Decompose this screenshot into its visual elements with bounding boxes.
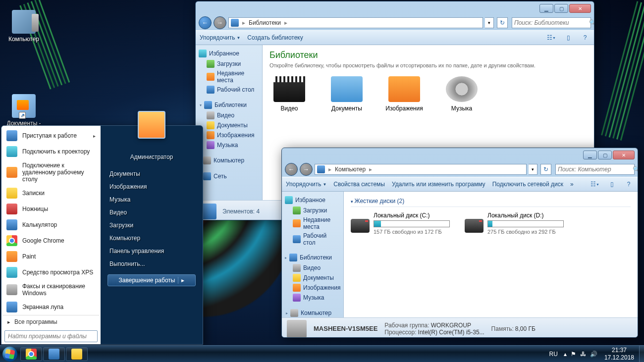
nav-libraries-head[interactable]: ▾Библиотеки	[197, 100, 261, 110]
nav-item-videos[interactable]: Видео	[196, 110, 262, 120]
start-button[interactable]	[0, 346, 20, 362]
user-avatar[interactable]	[138, 111, 165, 139]
organize-button[interactable]: Упорядочить▼	[200, 34, 240, 41]
nav-item-downloads[interactable]: Загрузки	[196, 59, 262, 69]
user-name[interactable]: Администратор	[107, 151, 196, 163]
desktop-icon-computer[interactable]: Компьютер	[4, 10, 44, 43]
start-right-pictures[interactable]: Изображения	[107, 180, 196, 193]
maximize-button[interactable]: ▢	[598, 151, 612, 159]
back-button[interactable]: ←	[199, 16, 212, 29]
minimize-button[interactable]: ▁	[583, 151, 597, 159]
system-properties-button[interactable]: Свойства системы	[333, 181, 385, 188]
nav-favorites-head[interactable]: Избранное	[282, 195, 343, 206]
view-button[interactable]: ☷▼	[546, 33, 556, 43]
start-right-videos[interactable]: Видео	[107, 206, 196, 219]
nav-item-pictures[interactable]: Изображения	[282, 283, 343, 293]
breadcrumb[interactable]: Библиотеки	[249, 19, 281, 26]
nav-item-desktop[interactable]: Рабочий стол	[282, 231, 343, 247]
start-item-chrome[interactable]: Google Chrome	[2, 233, 100, 249]
preview-pane-button[interactable]: ▯	[563, 33, 573, 43]
start-item-calculator[interactable]: Калькулятор	[2, 217, 100, 233]
shutdown-button[interactable]: Завершение работы	[107, 274, 196, 286]
start-right-control-panel[interactable]: Панель управления	[107, 245, 196, 258]
maximize-button[interactable]: ▢	[554, 4, 568, 13]
library-item-documents[interactable]: Документы	[327, 76, 367, 112]
start-right-music[interactable]: Музыка	[107, 193, 196, 206]
nav-item-documents[interactable]: Документы	[196, 120, 262, 130]
uninstall-button[interactable]: Удалить или изменить программу	[392, 181, 485, 188]
nav-libraries-head[interactable]: ▸Библиотеки	[282, 252, 343, 263]
library-item-music[interactable]: Музыка	[442, 76, 482, 112]
search-box[interactable]: 🔍	[512, 17, 591, 28]
minimize-button[interactable]: ▁	[539, 4, 553, 13]
titlebar[interactable]: ▁ ▢ ✕	[196, 1, 594, 15]
nav-item-videos[interactable]: Видео	[282, 263, 343, 273]
library-item-videos[interactable]: Видео	[269, 76, 309, 112]
search-box[interactable]: 🔍	[555, 164, 635, 175]
start-right-documents[interactable]: Документы	[107, 167, 196, 180]
close-button[interactable]: ✕	[613, 151, 635, 159]
preview-pane-button[interactable]: ▯	[607, 179, 617, 189]
taskbar-pin-explorer[interactable]	[66, 347, 88, 361]
back-button[interactable]: ←	[285, 163, 298, 176]
all-programs-button[interactable]: Все программы	[2, 315, 100, 328]
language-indicator[interactable]: RU	[547, 350, 560, 359]
tray-chevron-icon[interactable]: ▴	[564, 351, 567, 358]
nav-item-pictures[interactable]: Изображения	[196, 130, 262, 140]
clock[interactable]: 21:37 17.12.2018	[601, 347, 637, 361]
address-dropdown[interactable]: ▾	[485, 17, 494, 28]
start-right-computer[interactable]: Компьютер	[107, 232, 196, 245]
network-icon[interactable]: 🖧	[580, 351, 586, 358]
library-item-pictures[interactable]: Изображения	[384, 76, 424, 112]
nav-computer-head[interactable]: ▸Компьютер	[196, 155, 262, 166]
address-dropdown[interactable]: ▾	[529, 164, 537, 175]
search-input[interactable]	[558, 166, 633, 173]
forward-button[interactable]: →	[214, 16, 226, 29]
start-item-projector[interactable]: Подключить к проектору	[2, 144, 100, 159]
map-drive-button[interactable]: Подключить сетевой диск	[492, 181, 563, 188]
start-item-magnifier[interactable]: Экранная лупа	[2, 299, 100, 315]
forward-button[interactable]: →	[300, 163, 313, 176]
volume-icon[interactable]: 🔊	[590, 351, 597, 358]
titlebar[interactable]: ▁ ▢ ✕	[282, 148, 638, 162]
start-right-run[interactable]: Выполнить...	[107, 258, 196, 270]
view-button[interactable]: ☷▼	[590, 179, 600, 189]
search-input[interactable]	[514, 19, 589, 26]
start-item-getting-started[interactable]: Приступая к работе▸	[2, 128, 100, 144]
organize-button[interactable]: Упорядочить▼	[286, 181, 326, 188]
new-library-button[interactable]: Создать библиотеку	[247, 34, 303, 41]
taskbar-pin-app[interactable]	[43, 347, 65, 361]
start-search-input[interactable]	[4, 330, 98, 342]
drives-heading[interactable]: Жесткие диски (2)	[351, 196, 631, 207]
taskbar-pin-chrome[interactable]	[20, 347, 42, 361]
more-button[interactable]: »	[570, 181, 574, 188]
nav-item-documents[interactable]: Документы	[282, 273, 343, 283]
start-item-paint[interactable]: Paint	[2, 249, 100, 264]
nav-item-recent[interactable]: Недавние места	[282, 215, 343, 231]
nav-item-music[interactable]: Музыка	[196, 140, 262, 150]
nav-computer-head[interactable]: ▸Компьютер	[283, 308, 342, 317]
nav-favorites-head[interactable]: Избранное	[196, 48, 262, 59]
nav-item-music[interactable]: Музыка	[282, 293, 343, 303]
start-item-sticky-notes[interactable]: Записки	[2, 185, 100, 201]
refresh-button[interactable]: ↻	[497, 17, 508, 28]
action-center-icon[interactable]: ⚑	[571, 351, 576, 358]
drive-item-d[interactable]: Локальный диск (D:) 275 ГБ свободно из 2…	[465, 212, 564, 235]
start-item-snipping[interactable]: Ножницы	[2, 201, 100, 217]
start-right-downloads[interactable]: Загрузки	[107, 219, 196, 232]
breadcrumb[interactable]: Компьютер	[335, 166, 366, 173]
help-button[interactable]: ?	[580, 33, 590, 43]
refresh-button[interactable]: ↻	[540, 164, 551, 175]
help-button[interactable]: ?	[624, 179, 634, 189]
nav-item-desktop[interactable]: Рабочий стол	[196, 85, 262, 95]
nav-item-downloads[interactable]: Загрузки	[282, 206, 343, 215]
start-item-fax[interactable]: Факсы и сканирование Windows	[2, 280, 100, 299]
address-bar[interactable]: ▸ Библиотеки ▸	[228, 17, 483, 28]
address-bar[interactable]: ▸ Компьютер ▸	[315, 164, 527, 175]
drive-item-c[interactable]: Локальный диск (C:) 157 ГБ свободно из 1…	[351, 212, 450, 235]
nav-network-head[interactable]: ▸Сеть	[196, 171, 262, 182]
show-desktop-button[interactable]	[639, 346, 644, 362]
nav-item-recent[interactable]: Недавние места	[196, 69, 262, 85]
start-item-xps[interactable]: Средство просмотра XPS	[2, 264, 100, 280]
close-button[interactable]: ✕	[569, 4, 591, 13]
